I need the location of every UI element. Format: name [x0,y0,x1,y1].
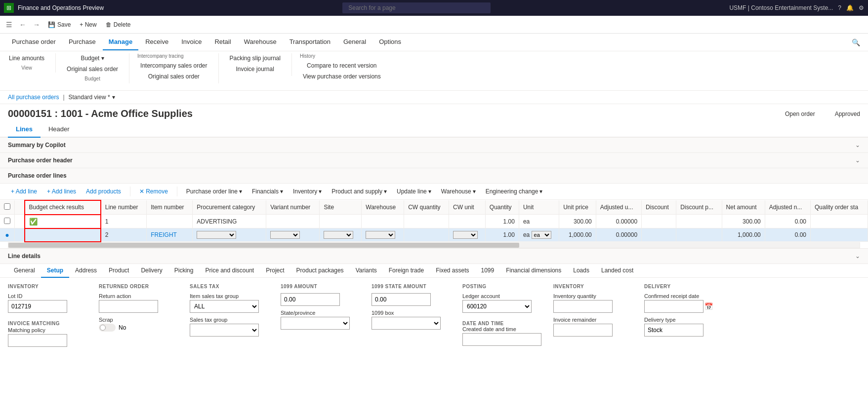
inventory-dropdown[interactable]: Inventory ▾ [290,187,325,196]
po-lines-section: Purchase order lines + Add line + Add li… [0,168,868,248]
invoice-journal-button[interactable]: Invoice journal [233,64,277,74]
original-sales-order-button[interactable]: Original sales order [64,64,121,74]
update-line-dropdown[interactable]: Update line ▾ [394,187,434,196]
row1-checkbox[interactable] [4,218,10,224]
forward-icon[interactable]: → [31,19,42,31]
ld-tab-project[interactable]: Project [260,264,290,278]
view-po-versions-button[interactable]: View purchase order versions [300,72,384,81]
ld-tab-setup[interactable]: Setup [41,264,69,278]
tab-options[interactable]: Options [373,34,407,50]
ld-tab-product[interactable]: Product [103,264,135,278]
tab-purchase[interactable]: Purchase [63,34,102,50]
tab-retail[interactable]: Retail [208,34,237,50]
return-action-input[interactable] [99,300,158,313]
packing-slip-journal-button[interactable]: Packing slip journal [227,53,284,63]
budget-dropdown-button[interactable]: Budget ▾ [78,53,107,63]
tab-receive[interactable]: Receive [139,34,174,50]
ledger-account-select[interactable]: 600120 [462,300,532,313]
new-button[interactable]: + New [77,20,99,30]
search-ribbon-icon[interactable]: 🔍 [850,37,862,48]
row2-cw-unit-select[interactable] [453,231,478,239]
notification-icon[interactable]: 🔔 [846,4,854,11]
add-products-button[interactable]: Add products [83,187,124,196]
sales-tax-title: SALES TAX [190,284,269,289]
ld-tab-1099[interactable]: 1099 [475,264,500,278]
product-and-supply-dropdown[interactable]: Product and supply ▾ [329,187,390,196]
tab-general[interactable]: General [337,34,372,50]
inventory-quantity-input[interactable] [553,300,613,313]
line-details-section-header[interactable]: Line details ⌄ [0,249,868,264]
intercompany-sales-order-button[interactable]: Intercompany sales order [137,61,210,71]
tab-warehouse[interactable]: Warehouse [238,34,283,50]
hamburger-icon[interactable]: ☰ [4,19,14,31]
line-amounts-button[interactable]: Line amounts [6,53,47,63]
1099-box-select[interactable] [372,317,441,330]
confirmed-receipt-input[interactable] [644,300,703,313]
table-row[interactable]: ✅ 1 ADVERTISING 1.00 ea 300.00 0.0000 [0,215,868,228]
engineering-change-dropdown[interactable]: Engineering change ▾ [483,187,546,196]
tab-purchase-order[interactable]: Purchase order [6,34,62,50]
row2-unit-select[interactable]: ea [532,231,551,239]
tab-lines[interactable]: Lines [8,121,41,138]
table-row[interactable]: ● 2 FREIGHT [0,228,868,242]
scrap-toggle[interactable] [99,324,116,332]
invoice-remainder-input[interactable] [553,324,613,337]
item-sales-tax-select[interactable]: ALL [190,300,259,313]
delivery-type-input[interactable] [644,324,703,337]
tab-transportation[interactable]: Transportation [284,34,336,50]
delete-button[interactable]: 🗑 Delete [103,20,134,30]
add-line-button[interactable]: + Add line [8,187,40,196]
ld-tab-fixed-assets[interactable]: Fixed assets [430,264,475,278]
summary-copilot-section[interactable]: Summary by Copilot ⌄ [0,138,868,153]
state-province-select[interactable] [281,317,350,330]
ld-tab-financial-dimensions[interactable]: Financial dimensions [500,264,567,278]
ld-tab-address[interactable]: Address [69,264,103,278]
row2-variant-select[interactable] [270,231,300,239]
ld-tab-loads[interactable]: Loads [567,264,595,278]
row2-warehouse-select[interactable] [366,231,395,239]
global-search-input[interactable] [342,2,491,13]
tab-manage[interactable]: Manage [103,34,138,50]
warehouse-dropdown[interactable]: Warehouse ▾ [438,187,479,196]
tab-invoice[interactable]: Invoice [175,34,207,50]
row2-discount [642,228,676,242]
select-all-checkbox[interactable] [4,203,10,210]
help-icon[interactable]: ? [838,4,841,11]
freight-link[interactable]: FREIGHT [151,231,177,238]
po-lines-header: Purchase order lines [0,168,868,184]
ld-tab-landed-cost[interactable]: Landed cost [595,264,639,278]
remove-button[interactable]: ✕ Remove [136,187,171,196]
grid-horizontal-scrollbar[interactable] [8,242,860,248]
ld-tab-variants[interactable]: Variants [350,264,383,278]
settings-icon[interactable]: ⚙ [859,4,864,11]
view-selector[interactable]: Standard view * ▾ [69,94,115,101]
compare-recent-version-button[interactable]: Compare to recent version [304,61,379,71]
all-purchase-orders-link[interactable]: All purchase orders [8,94,59,101]
breadcrumb: All purchase orders | Standard view * ▾ [0,91,868,104]
ld-tab-foreign-trade[interactable]: Foreign trade [383,264,430,278]
financials-dropdown[interactable]: Financials ▾ [249,187,286,196]
ld-tab-price-discount[interactable]: Price and discount [199,264,260,278]
matching-policy-input[interactable] [8,334,67,347]
calendar-icon[interactable]: 📅 [704,302,713,310]
created-date-input[interactable] [462,333,541,346]
original-sales-order2-button[interactable]: Original sales order [145,72,203,81]
row2-site-select[interactable] [324,231,353,239]
back-icon[interactable]: ← [17,19,28,31]
add-lines-button[interactable]: + Add lines [44,187,79,196]
row2-proc-cat-select[interactable] [197,231,236,239]
amount1099-input[interactable] [281,293,340,306]
ld-tab-product-packages[interactable]: Product packages [290,264,350,278]
ld-tab-picking[interactable]: Picking [168,264,200,278]
ld-tab-delivery[interactable]: Delivery [135,264,168,278]
col-select-all[interactable] [0,200,15,215]
tab-header[interactable]: Header [41,121,78,138]
ld-tab-general[interactable]: General [8,264,41,278]
save-button[interactable]: 💾 Save [45,20,74,30]
po-header-section[interactable]: Purchase order header ⌄ [0,153,868,168]
lot-id-input[interactable] [8,300,67,313]
purchase-order-line-dropdown[interactable]: Purchase order line ▾ [183,187,245,196]
sales-tax-group-select[interactable] [190,324,259,337]
state-amount-input[interactable] [372,293,431,306]
confirmed-receipt-label: Confirmed receipt date [644,293,723,299]
